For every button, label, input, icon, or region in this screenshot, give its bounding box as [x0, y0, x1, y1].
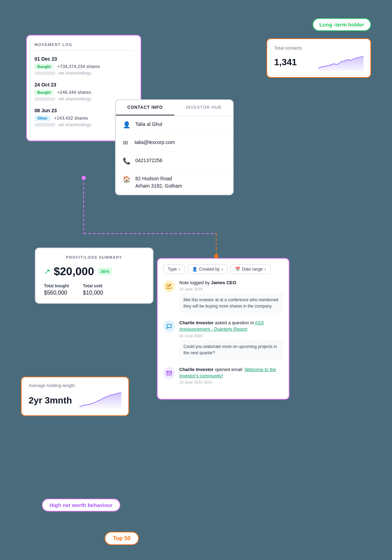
net-bar-1 [35, 71, 55, 75]
contact-row-email: ✉ talia@lexcorp.com [116, 134, 233, 152]
total-contacts-sparkline [318, 53, 363, 71]
net-label-2: net shareholdings [58, 97, 91, 101]
activity-entry-email: Charlie Investor opened email: Welcome t… [163, 366, 283, 386]
profit-value: $20,000 [54, 265, 94, 278]
question-content: Charlie Investor asked a question in ASX… [179, 320, 283, 359]
email-icon: ✉ [123, 139, 130, 147]
tab-investor-hub[interactable]: INVESTOR HUB [174, 100, 233, 115]
total-sold-item: Total sold $10,000 [83, 283, 103, 296]
contact-info-card: CONTACT INFO INVESTOR HUB 👤 Talia al Ghu… [115, 99, 234, 195]
email-date: 10 June 2024 2024 [179, 380, 283, 384]
total-sold-label: Total sold [83, 283, 103, 288]
type-chevron-icon: ▾ [179, 267, 180, 271]
filter-type-label: Type [168, 267, 177, 272]
total-bought-label: Total bought [44, 283, 69, 288]
movement-badge-1: Bought [35, 64, 53, 69]
movement-entry-2: 24 Oct 23 Bought +248,344 shares net sha… [35, 82, 133, 101]
contact-row-phone: 📞 0421372256 [116, 152, 233, 170]
net-bar-3 [35, 123, 55, 127]
note-activity-icon [163, 280, 175, 292]
email-content: Charlie Investor opened email: Welcome t… [179, 366, 283, 386]
movement-shares-2: +248,344 shares [57, 90, 91, 95]
activity-entry-note: Note logged by James CEO 24 June 2024 Me… [163, 280, 283, 313]
movement-badge-2: Bought [35, 90, 53, 95]
note-title: Note logged by James CEO [179, 280, 283, 286]
contact-row-name: 👤 Talia al Ghul [116, 116, 233, 134]
contact-row-address: 🏠 82 Hudson Road Arham 3192, Gotham [116, 170, 233, 195]
profit-main: ↗ $20,000 36% [44, 265, 144, 278]
total-bought-item: Total bought $560,000 [44, 283, 69, 296]
top50-badge: Top 50 [105, 532, 139, 545]
activity-card: Type ▾ 👤 Created by ▾ 📅 Date range ▾ Not… [157, 258, 289, 400]
movement-date-1: 01 Dec 23 [35, 56, 133, 62]
profit-percent: 36% [98, 268, 112, 275]
filter-created-by-button[interactable]: 👤 Created by ▾ [188, 264, 228, 274]
created-by-chevron-icon: ▾ [221, 267, 223, 271]
contact-address2: Arham 3192, Gotham [135, 182, 182, 190]
total-bought-value: $560,000 [44, 290, 67, 296]
note-date: 24 June 2024 [179, 287, 283, 291]
date-range-chevron-icon: ▾ [264, 267, 266, 271]
contact-name: Talia al Ghul [135, 121, 162, 128]
avg-holding-sparkline [80, 391, 121, 410]
contact-tabs: CONTACT INFO INVESTOR HUB [116, 100, 233, 116]
calendar-icon: 📅 [235, 267, 240, 272]
avg-holding-label: Average holding length [29, 383, 121, 388]
total-contacts-label: Total contacts [274, 45, 363, 51]
question-body: Could you elaborate more on upcoming pro… [179, 340, 283, 360]
long-term-holder-badge: Long -term holder [312, 18, 371, 31]
email-activity-icon [163, 367, 175, 379]
svg-point-3 [82, 176, 86, 180]
tab-contact-info[interactable]: CONTACT INFO [116, 100, 174, 115]
high-net-worth-badge: High net worth behaviour [42, 499, 120, 512]
email-title: Charlie Investor opened email: Welcome t… [179, 366, 283, 379]
person-icon: 👤 [123, 121, 130, 129]
question-date: 16 June 2024 [179, 334, 283, 338]
avg-holding-value: 2yr 3mnth [29, 395, 72, 406]
contact-email: talia@lexcorp.com [135, 139, 175, 146]
net-label-3: net shareholdings [58, 122, 91, 127]
profit-loss-card: PROFIT/LOSS SUMMARY ↗ $20,000 36% Total … [35, 248, 153, 304]
profit-loss-title: PROFIT/LOSS SUMMARY [44, 255, 144, 259]
filter-date-range-button[interactable]: 📅 Date range ▾ [231, 264, 271, 274]
total-contacts-card: Total contacts 1,341 [266, 38, 371, 78]
total-contacts-value: 1,341 [274, 57, 297, 68]
movement-log-title: MOVEMENT LOG [35, 43, 133, 51]
net-bar-2 [35, 97, 55, 101]
phone-icon: 📞 [123, 157, 130, 165]
location-icon: 🏠 [123, 175, 130, 183]
contact-phone: 0421372256 [135, 157, 163, 164]
movement-entry-1: 01 Dec 23 Bought +734,374,234 shares net… [35, 56, 133, 76]
filter-created-by-label: Created by [199, 267, 220, 272]
movement-date-2: 24 Oct 23 [35, 82, 133, 88]
net-label-1: net shareholdings [58, 71, 91, 76]
movement-shares-1: +734,374,234 shares [57, 64, 100, 69]
avg-holding-card: Average holding length 2yr 3mnth [21, 377, 129, 416]
activity-entry-question: Charlie Investor asked a question in ASX… [163, 320, 283, 359]
activity-filters: Type ▾ 👤 Created by ▾ 📅 Date range ▾ [163, 264, 283, 274]
profit-details: Total bought $560,000 Total sold $10,000 [44, 283, 144, 296]
movement-badge-3: Other [35, 115, 50, 121]
profit-arrow-icon: ↗ [44, 267, 50, 276]
question-title: Charlie Investor asked a question in ASX… [179, 320, 283, 332]
movement-shares-3: +143,432 shares [54, 115, 88, 121]
total-sold-value: $10,000 [83, 290, 103, 296]
question-activity-icon [163, 320, 175, 332]
note-content: Note logged by James CEO 24 June 2024 Me… [179, 280, 283, 313]
note-body: Met this investor at at a conference who… [179, 293, 283, 313]
filter-date-range-label: Date range [242, 267, 263, 272]
contact-address1: 82 Hudson Road [135, 175, 182, 182]
person-small-icon: 👤 [192, 267, 197, 272]
filter-type-button[interactable]: Type ▾ [163, 264, 185, 274]
